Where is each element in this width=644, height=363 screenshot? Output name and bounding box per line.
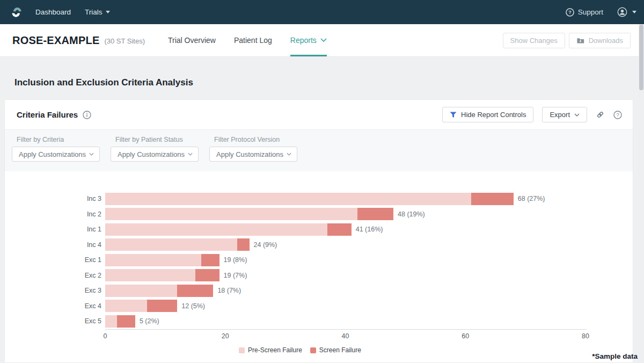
bar-row: Exc 119 (8%) (5, 252, 595, 268)
screen-failure-segment (147, 300, 177, 312)
bar-row: Inc 248 (19%) (5, 207, 595, 222)
card-title: Criteria Failures (17, 110, 78, 119)
bar-value-label: 18 (7%) (217, 287, 241, 294)
bar-track: 19 (7%) (105, 269, 586, 281)
pre-screen-failure-segment (105, 300, 147, 312)
nav-dashboard-label: Dashboard (35, 8, 71, 16)
legend-label: Screen Failure (319, 346, 361, 354)
pre-screen-failure-segment (105, 238, 237, 251)
user-avatar-icon (617, 7, 627, 17)
bar-row: Exc 219 (7%) (5, 268, 595, 284)
filter-criteria-label: Filter by Criteria (12, 136, 100, 143)
card-header: Criteria Failures Hide Report Controls E… (5, 100, 633, 129)
tab-trial-overview-label: Trial Overview (168, 36, 216, 45)
caret-down-icon (106, 11, 110, 13)
chevron-down-icon (574, 113, 580, 117)
x-axis-tick: 60 (462, 332, 469, 340)
bar-row: Inc 424 (9%) (5, 237, 595, 253)
x-axis-tick: 40 (342, 332, 349, 340)
show-changes-label: Show Changes (510, 37, 558, 45)
screen-failure-segment (201, 254, 219, 266)
category-label: Exc 3 (5, 287, 101, 294)
x-axis-tick: 20 (222, 332, 229, 340)
filter-funnel-icon (450, 112, 457, 118)
criteria-failures-chart: Inc 368 (27%)Inc 248 (19%)Inc 141 (16%)I… (5, 171, 633, 362)
filter-patient-status-label: Filter by Patient Status (111, 136, 199, 143)
svg-text:?: ? (568, 9, 572, 15)
screen-failure-segment (237, 238, 249, 251)
x-axis-tick: 0 (104, 332, 107, 340)
category-label: Exc 4 (5, 302, 101, 310)
pre-screen-failure-segment (105, 208, 357, 220)
downloads-button[interactable]: Downloads (569, 33, 631, 48)
bar-value-label: 5 (2%) (140, 317, 159, 325)
bar-value-label: 19 (8%) (224, 256, 247, 264)
user-menu[interactable] (617, 7, 636, 17)
screen-failure-segment (117, 315, 135, 328)
page-title: Inclusion and Exclusion Criteria Analysi… (14, 77, 193, 88)
bar-row: Inc 141 (16%) (5, 222, 595, 237)
chart-legend: Pre-Screen FailureScreen Failure (5, 346, 595, 354)
downloads-label: Downloads (589, 37, 623, 45)
tab-patient-log[interactable]: Patient Log (234, 24, 272, 56)
category-label: Inc 2 (5, 210, 101, 218)
bar-value-label: 68 (27%) (518, 195, 545, 202)
trial-header: ROSE-EXAMPLE (30 ST Sites) Trial Overvie… (0, 24, 644, 57)
export-label: Export (550, 111, 570, 119)
bar-row: Inc 368 (27%) (5, 191, 595, 207)
filter-protocol-version-label: Filter Protocol Version (209, 136, 297, 143)
chevron-down-icon (188, 153, 193, 156)
help-icon[interactable]: ? (613, 111, 622, 119)
scrollbar-thumb[interactable] (639, 25, 643, 90)
legend-swatch (310, 347, 316, 353)
legend-item[interactable]: Screen Failure (310, 346, 361, 354)
filter-criteria-value: Apply Customizations (19, 150, 86, 158)
x-axis: 020406080 (105, 329, 587, 330)
nav-item-dashboard[interactable]: Dashboard (35, 8, 71, 16)
support-button[interactable]: ? Support (566, 8, 603, 17)
caret-down-icon (632, 11, 636, 13)
hide-report-controls-button[interactable]: Hide Report Controls (442, 107, 533, 122)
export-button[interactable]: Export (542, 107, 587, 122)
legend-swatch (239, 347, 245, 353)
bar-track: 19 (8%) (105, 254, 586, 266)
trial-tabs: Trial Overview Patient Log Reports (168, 24, 327, 56)
bar-track: 24 (9%) (105, 238, 586, 251)
share-link-icon[interactable] (596, 110, 605, 119)
nav-item-trials[interactable]: Trials (85, 8, 110, 16)
tab-reports[interactable]: Reports (290, 24, 327, 56)
show-changes-button[interactable]: Show Changes (503, 33, 565, 48)
tab-trial-overview[interactable]: Trial Overview (168, 24, 216, 56)
legend-label: Pre-Screen Failure (248, 346, 302, 354)
category-label: Exc 5 (5, 317, 101, 325)
trial-brand: ROSE-EXAMPLE (30 ST Sites) (12, 24, 145, 56)
bar-row: Exc 55 (2%) (5, 314, 595, 329)
category-label: Inc 1 (5, 226, 101, 233)
bar-value-label: 19 (7%) (224, 272, 247, 279)
chevron-down-icon (320, 38, 327, 42)
bar-value-label: 24 (9%) (254, 241, 277, 249)
page-scrollbar[interactable] (639, 24, 644, 363)
chevron-down-icon (287, 153, 291, 156)
screen-failure-segment (177, 285, 213, 297)
screen-failure-segment (327, 223, 352, 236)
screen-failure-segment (357, 208, 393, 220)
filter-patient-status-value: Apply Customizations (118, 150, 185, 158)
filter-criteria-select[interactable]: Apply Customizations (12, 147, 100, 162)
screen-failure-segment (471, 193, 513, 205)
info-icon[interactable] (83, 111, 91, 119)
filter-patient-status-select[interactable]: Apply Customizations (111, 147, 199, 162)
sample-data-footnote: *Sample data (592, 352, 638, 360)
pre-screen-failure-segment (105, 269, 195, 281)
bar-track: 18 (7%) (105, 285, 586, 297)
filter-group-patient-status: Filter by Patient Status Apply Customiza… (111, 136, 199, 171)
hide-report-controls-label: Hide Report Controls (461, 111, 526, 119)
legend-item[interactable]: Pre-Screen Failure (239, 346, 302, 354)
help-circle-icon: ? (566, 8, 574, 17)
tab-reports-label: Reports (290, 36, 317, 45)
bar-value-label: 48 (19%) (398, 210, 425, 218)
bar-row: Exc 412 (5%) (5, 299, 595, 314)
app-logo-icon[interactable] (9, 4, 25, 20)
pre-screen-failure-segment (105, 315, 117, 328)
filter-protocol-version-select[interactable]: Apply Customizations (209, 147, 297, 162)
